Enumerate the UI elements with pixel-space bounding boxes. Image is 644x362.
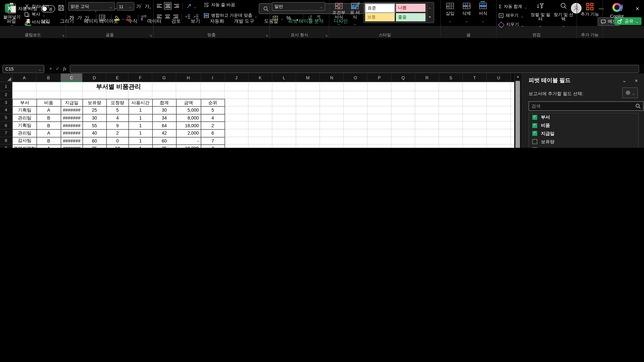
- field-item-지급일[interactable]: 지급일: [529, 130, 638, 138]
- table-cell-r7c3[interactable]: #######: [61, 129, 83, 137]
- table-cell-r4c8[interactable]: 5,000: [176, 106, 201, 114]
- bold-icon[interactable]: 가: [68, 14, 75, 21]
- column-header-D[interactable]: D: [82, 73, 106, 82]
- table-cell-r4c6[interactable]: 1: [129, 106, 153, 114]
- column-header-O[interactable]: O: [344, 73, 368, 82]
- font-color-icon[interactable]: 가: [125, 14, 132, 21]
- align-right-icon[interactable]: [172, 13, 179, 20]
- row-header-4[interactable]: 4: [0, 106, 12, 114]
- column-header-H[interactable]: H: [176, 73, 201, 82]
- column-header-I[interactable]: I: [201, 73, 225, 82]
- row-header-5[interactable]: 5: [0, 114, 12, 122]
- insert-function-icon[interactable]: fx: [63, 66, 66, 71]
- row-header-7[interactable]: 7: [0, 129, 12, 137]
- style-bad[interactable]: 나쁨: [396, 4, 426, 12]
- table-cell-r7c5[interactable]: 2: [106, 129, 129, 137]
- table-cell-r3c6[interactable]: 사용시간: [129, 99, 153, 107]
- pane-tools-button[interactable]: [622, 87, 638, 98]
- gallery-up-icon[interactable]: –: [429, 6, 431, 10]
- table-cell-r4c2[interactable]: A: [36, 106, 61, 114]
- column-header-F[interactable]: F: [129, 73, 152, 82]
- shrink-font-icon[interactable]: 가v: [144, 3, 151, 10]
- table-cell-r5c9[interactable]: 4: [201, 114, 225, 122]
- column-header-T[interactable]: T: [463, 73, 487, 82]
- italic-icon[interactable]: 가: [76, 14, 82, 21]
- table-cell-r3c4[interactable]: 보유량: [82, 99, 107, 107]
- table-cell-r5c7[interactable]: 34: [152, 114, 176, 122]
- borders-icon[interactable]: [98, 14, 105, 21]
- table-cell-r9c4[interactable]: 25: [82, 145, 107, 148]
- insert-cells-button[interactable]: ⇐ 삽입: [443, 2, 458, 24]
- field-checkbox-비품[interactable]: [532, 123, 537, 128]
- vertical-scroll-thumb[interactable]: [515, 81, 520, 148]
- row-header-6[interactable]: 6: [0, 122, 12, 129]
- align-middle-icon[interactable]: [164, 2, 172, 10]
- table-cell-r9c9[interactable]: 3: [201, 145, 225, 148]
- grow-font-icon[interactable]: 가^: [136, 3, 143, 10]
- column-header-B[interactable]: B: [36, 73, 61, 82]
- table-cell-r6c8[interactable]: 18,000: [176, 122, 201, 130]
- clipboard-dialog-launcher-icon[interactable]: [62, 34, 64, 37]
- format-as-table-button[interactable]: 표 서식: [349, 2, 361, 27]
- orientation-icon[interactable]: [185, 2, 192, 9]
- fill-color-icon[interactable]: [114, 14, 120, 21]
- pane-search-input[interactable]: 검색: [528, 101, 644, 111]
- align-bottom-icon[interactable]: [173, 2, 180, 9]
- table-cell-r7c8[interactable]: 2,000: [176, 129, 201, 137]
- table-cell-r8c8[interactable]: -: [176, 137, 201, 145]
- table-cell-r8c5[interactable]: 0: [106, 137, 129, 145]
- table-cell-r9c3[interactable]: #######: [61, 145, 83, 148]
- font-dialog-launcher-icon[interactable]: [149, 34, 152, 37]
- clear-button[interactable]: 지우기: [498, 21, 527, 28]
- comma-style-icon[interactable]: ,: [294, 14, 301, 21]
- font-color-chevron-icon[interactable]: [133, 14, 136, 21]
- enter-entry-icon[interactable]: ✓: [56, 66, 60, 71]
- field-checkbox-지급일[interactable]: [532, 131, 537, 136]
- fill-button[interactable]: 채우기: [498, 12, 527, 19]
- pane-close-icon[interactable]: ×: [635, 78, 638, 84]
- addins-button[interactable]: 추가 기능: [579, 3, 600, 16]
- table-cell-r8c3[interactable]: #######: [61, 137, 83, 145]
- row-header-9[interactable]: 9: [0, 145, 12, 148]
- number-dialog-launcher-icon[interactable]: [325, 34, 328, 37]
- format-painter-button[interactable]: 서식 복사: [24, 19, 50, 25]
- table-cell-r7c9[interactable]: 6: [201, 129, 225, 137]
- fill-color-chevron-icon[interactable]: [122, 14, 124, 21]
- table-cell-r9c8[interactable]: 10,000: [176, 145, 201, 148]
- name-box[interactable]: C15: [2, 65, 44, 73]
- table-cell-r8c6[interactable]: 1: [129, 137, 153, 145]
- field-checkbox-부서[interactable]: [532, 115, 537, 120]
- table-cell-r6c7[interactable]: 64: [152, 122, 176, 130]
- orientation-chevron-icon[interactable]: [193, 2, 196, 9]
- accounting-format-icon[interactable]: [272, 14, 279, 21]
- table-cell-r3c9[interactable]: 순위: [201, 99, 225, 107]
- phonetic-chevron-icon[interactable]: [148, 14, 151, 21]
- table-cell-r5c4[interactable]: 30: [82, 114, 107, 122]
- borders-chevron-icon[interactable]: [106, 14, 109, 21]
- table-cell-r8c1[interactable]: 감사팀: [12, 137, 37, 145]
- select-all-corner[interactable]: [0, 73, 12, 82]
- table-cell-r8c9[interactable]: 7: [201, 137, 225, 145]
- paste-button[interactable]: 붙여넣기: [2, 2, 22, 27]
- accounting-chevron-icon[interactable]: [280, 14, 284, 21]
- cancel-entry-icon[interactable]: ×: [49, 66, 52, 71]
- table-cell-r5c6[interactable]: 1: [129, 114, 153, 122]
- field-item-비품[interactable]: 비품: [529, 121, 638, 129]
- table-cell-r9c6[interactable]: 1: [129, 145, 153, 148]
- pane-collapse-icon[interactable]: ⌄: [622, 78, 626, 83]
- table-cell-r4c7[interactable]: 30: [152, 106, 176, 114]
- table-cell-r8c2[interactable]: B: [36, 137, 61, 145]
- conditional-formatting-button[interactable]: 조건부 서식: [332, 2, 346, 27]
- table-cell-r9c1[interactable]: 경영지원팀: [12, 145, 37, 148]
- column-header-K[interactable]: K: [248, 73, 272, 82]
- table-cell-r3c2[interactable]: 비품: [36, 99, 61, 107]
- row-header-3[interactable]: 3: [0, 99, 12, 106]
- table-cell-r8c7[interactable]: 60: [152, 137, 176, 145]
- table-cell-r6c6[interactable]: 1: [129, 122, 153, 130]
- merge-center-button[interactable]: 병합하고 가운데 맞춤: [204, 12, 258, 19]
- increase-indent-icon[interactable]: [193, 13, 200, 20]
- column-header-S[interactable]: S: [439, 73, 463, 82]
- column-header-M[interactable]: M: [296, 73, 320, 82]
- table-cell-r4c9[interactable]: 5: [201, 106, 225, 114]
- align-center-icon[interactable]: [164, 13, 171, 20]
